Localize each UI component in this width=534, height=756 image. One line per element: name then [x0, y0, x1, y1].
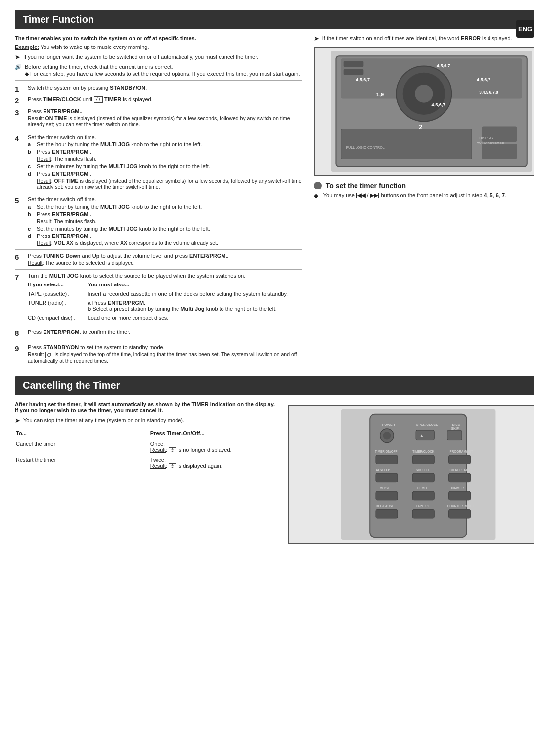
svg-text:4,5,6,7: 4,5,6,7 — [477, 77, 490, 82]
cancel-col-to: To... — [16, 429, 149, 438]
step-6: 6 Press TUNING Down and Up to adjust the… — [15, 253, 302, 266]
step-1: 1 Switch the system on by pressing STAND… — [15, 85, 302, 93]
step-2: 2 Press TIMER/CLOCK until ⏱ TIMER is dis… — [15, 96, 302, 105]
step-3: 3 Press ENTER/PRGM.. Result: ON TIME is … — [15, 108, 302, 127]
remote-image: POWER OPEN/CLOSE DISC SKIP ▲ TIMER O — [288, 405, 534, 544]
remote-svg: POWER OPEN/CLOSE DISC SKIP ▲ TIMER O — [292, 409, 534, 540]
cancelling-section: Cancelling the Timer After having set th… — [15, 376, 534, 544]
arrow-icon-2: ➤ — [314, 35, 319, 42]
svg-rect-43 — [449, 473, 471, 482]
svg-text:DIMMER: DIMMER — [451, 486, 464, 490]
cancel-row-1: Cancel the timer Once. Result: ⏱ is no l… — [16, 439, 275, 454]
svg-text:MO/ST: MO/ST — [380, 486, 390, 490]
step-8: 8 Press ENTER/PRGM. to confirm the timer… — [15, 329, 302, 337]
device-image: 4,5,6,7 1,9 4,5,6,7 3,4,5,6,7,8 4,5,6,7 … — [314, 47, 534, 176]
svg-text:AI SLEEP: AI SLEEP — [376, 468, 391, 472]
cancel-row-2: Restart the timer Twice. Result: ⏱ is di… — [16, 455, 275, 470]
to-set-timer-title: To set the timer function — [314, 182, 534, 189]
left-column: The timer enables you to switch the syst… — [15, 35, 302, 367]
svg-text:OPEN/CLOSE: OPEN/CLOSE — [416, 423, 438, 426]
table-row: CD (compact disc) Load one or more compa… — [28, 313, 302, 322]
note-check: 🔊 Before setting the timer, check that t… — [15, 64, 302, 77]
svg-rect-19 — [343, 61, 363, 67]
svg-rect-54 — [412, 509, 434, 518]
svg-rect-31 — [447, 430, 462, 440]
cancel-left-col: After having set the timer, it will star… — [15, 401, 276, 544]
svg-point-28 — [383, 432, 391, 440]
bullet-circle-icon — [314, 182, 322, 189]
svg-rect-42 — [412, 473, 434, 482]
svg-text:4,5,6,7: 4,5,6,7 — [437, 63, 450, 68]
svg-rect-48 — [412, 491, 434, 500]
svg-text:DEMO: DEMO — [417, 486, 427, 490]
divider-5 — [15, 269, 302, 270]
table-col-select: If you select... — [28, 282, 88, 289]
steps-container: 1 Switch the system on by pressing STAND… — [15, 85, 302, 364]
cancel-right-col: POWER OPEN/CLOSE DISC SKIP ▲ TIMER O — [288, 401, 534, 544]
cancel-table: To... Press Timer-On/Off... Cancel the t… — [15, 428, 276, 471]
svg-rect-47 — [376, 491, 398, 500]
step-7: 7 Turn the MULTI JOG knob to select the … — [15, 273, 302, 322]
section-title-timer: Timer Function — [15, 10, 534, 29]
svg-text:SKIP: SKIP — [451, 427, 459, 430]
table-col-also: You must also... — [88, 282, 302, 289]
svg-rect-41 — [376, 473, 398, 482]
step-9: 9 Press STANDBY/ON to set the system to … — [15, 344, 302, 364]
arrow-icon: ➤ — [15, 53, 20, 61]
to-set-timer-section: To set the timer function ◆ You may use … — [314, 182, 534, 199]
svg-text:REC/PAUSE: REC/PAUSE — [376, 504, 394, 508]
device-svg: 4,5,6,7 1,9 4,5,6,7 3,4,5,6,7,8 4,5,6,7 … — [318, 51, 534, 172]
divider-1 — [15, 80, 302, 81]
svg-rect-55 — [449, 509, 471, 518]
svg-text:TAPE 1/2: TAPE 1/2 — [416, 504, 430, 508]
svg-text:SHUFFLE: SHUFFLE — [416, 468, 430, 472]
table-row: TUNER (radio) a Press ENTER/PRGM. b Sele… — [28, 298, 302, 313]
divider-2 — [15, 131, 302, 131]
svg-text:1,9: 1,9 — [376, 92, 384, 97]
svg-rect-37 — [449, 455, 471, 464]
divider-6 — [15, 326, 302, 326]
svg-rect-35 — [376, 455, 398, 464]
intro-bold: The timer enables you to switch the syst… — [15, 35, 302, 41]
svg-text:DISC: DISC — [452, 423, 460, 426]
eng-badge: ENG — [516, 20, 534, 38]
arrow-note1: ➤ If you no longer want the system to be… — [15, 54, 302, 61]
svg-rect-15 — [341, 129, 471, 159]
svg-text:PROGRAM/SET: PROGRAM/SET — [450, 450, 473, 453]
svg-rect-53 — [376, 509, 398, 518]
speaker-icon: 🔊 — [15, 64, 22, 77]
cancel-intro: After having set the timer, it will star… — [15, 401, 276, 413]
svg-text:COUNTER RESET: COUNTER RESET — [447, 504, 474, 508]
arrow-icon-3: ➤ — [15, 417, 20, 424]
svg-text:CD REPEAT: CD REPEAT — [450, 468, 468, 472]
svg-text:▲: ▲ — [420, 433, 424, 437]
divider-4 — [15, 249, 302, 250]
svg-text:4,5,6,7: 4,5,6,7 — [431, 102, 445, 107]
step-3-result: Result: ON TIME is displayed (instead of… — [28, 115, 302, 127]
section-title-cancel: Cancelling the Timer — [15, 376, 534, 395]
intro-example: Example: You wish to wake up to music ev… — [15, 44, 302, 50]
right-column: ➤ If the timer switch on and off times a… — [314, 35, 534, 367]
error-note: ➤ If the timer switch on and off times a… — [314, 35, 534, 42]
source-table: If you select... You must also... TAPE (… — [28, 282, 302, 322]
svg-rect-14 — [482, 144, 517, 159]
svg-text:4,5,6,7: 4,5,6,7 — [356, 77, 370, 82]
cancel-two-col: After having set the timer, it will star… — [15, 401, 534, 544]
to-set-timer-note: ◆ You may use |◀◀ / ▶▶| buttons on the f… — [314, 192, 534, 199]
svg-text:3,4,5,6,7,8: 3,4,5,6,7,8 — [479, 90, 498, 94]
svg-rect-29 — [416, 430, 434, 440]
table-row: TAPE (cassette) Insert a recorded casset… — [28, 289, 302, 299]
svg-rect-49 — [449, 491, 471, 500]
step-4: 4 Set the timer switch-on time. a Set th… — [15, 134, 302, 189]
divider-7 — [15, 341, 302, 341]
svg-text:AUTO REVERSE: AUTO REVERSE — [477, 141, 504, 145]
svg-text:POWER: POWER — [382, 423, 395, 426]
svg-rect-36 — [412, 455, 434, 464]
svg-text:FULL LOGIC CONTROL: FULL LOGIC CONTROL — [346, 146, 385, 150]
svg-rect-20 — [343, 69, 363, 75]
svg-point-5 — [415, 85, 433, 103]
svg-text:TIMER ON/OFF: TIMER ON/OFF — [375, 450, 398, 453]
svg-text:DISPLAY: DISPLAY — [479, 136, 494, 140]
svg-text:TIMER/CLOCK: TIMER/CLOCK — [412, 450, 434, 453]
step-5: 5 Set the timer switch-off time. a Set t… — [15, 196, 302, 246]
